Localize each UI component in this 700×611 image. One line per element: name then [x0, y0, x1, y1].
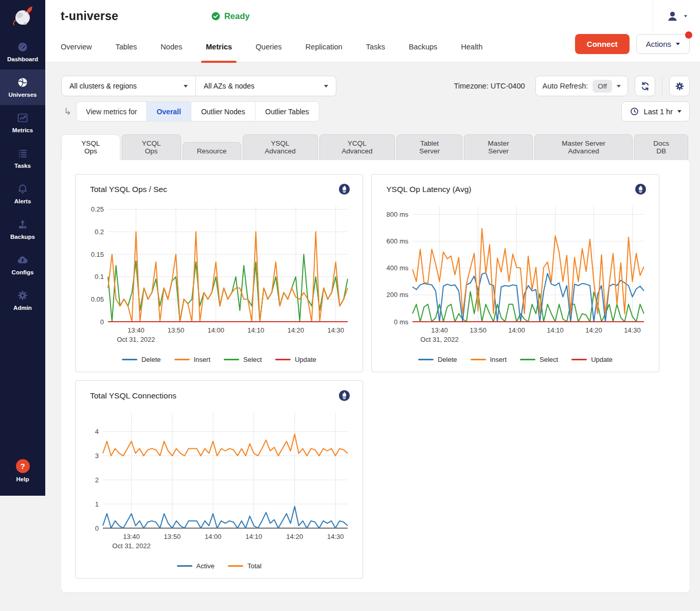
svg-text:14:20: 14:20: [286, 533, 303, 540]
chart-legend: DeleteInsertSelectUpdate: [372, 355, 659, 369]
scope-tab-outlier-nodes[interactable]: Outlier Nodes: [191, 102, 255, 121]
sidebar-item-backups[interactable]: Backups: [0, 212, 45, 247]
chart-legend: DeleteInsertSelectUpdate: [76, 355, 363, 369]
sidebar-item-tasks[interactable]: Tasks: [0, 141, 45, 176]
legend-item-select[interactable]: Select: [520, 356, 558, 363]
legend-item-total[interactable]: Total: [228, 562, 261, 570]
svg-text:400 ms: 400 ms: [386, 264, 408, 272]
chart-title: YSQL Op Latency (Avg): [386, 185, 471, 194]
time-range-button[interactable]: Last 1 hr: [621, 101, 690, 121]
svg-text:14:00: 14:00: [508, 326, 525, 334]
metric-tab-master-server-advanced[interactable]: Master Server Advanced: [534, 134, 633, 160]
metric-tab-tablet-server[interactable]: Tablet Server: [397, 134, 463, 160]
gauge-icon: [16, 41, 29, 53]
chevron-down-icon: [677, 110, 681, 113]
svg-text:14:20: 14:20: [288, 326, 304, 334]
metric-tab-resource[interactable]: Resource: [183, 142, 241, 160]
user-menu[interactable]: [666, 9, 688, 23]
prometheus-icon[interactable]: [635, 183, 647, 195]
sidebar-item-admin[interactable]: Admin: [0, 283, 45, 318]
tab-tasks[interactable]: Tasks: [354, 31, 397, 63]
legend-item-insert[interactable]: Insert: [174, 356, 211, 363]
sidebar-item-metrics[interactable]: Metrics: [0, 105, 45, 141]
azs-nodes-dropdown[interactable]: All AZs & nodes: [195, 76, 336, 96]
tab-metrics[interactable]: Metrics: [194, 31, 244, 63]
metric-tab-ycql-advanced[interactable]: YCQL Advanced: [319, 134, 395, 160]
sidebar-item-label: Admin: [13, 305, 32, 311]
connect-button[interactable]: Connect: [575, 34, 630, 54]
legend-item-active[interactable]: Active: [177, 562, 214, 570]
prometheus-icon[interactable]: [338, 183, 350, 195]
metric-tab-docs-db[interactable]: Docs DB: [634, 134, 688, 160]
svg-text:600 ms: 600 ms: [386, 237, 408, 245]
auto-refresh-dropdown[interactable]: Auto Refresh: Off: [535, 76, 628, 96]
header-divider: [653, 1, 653, 31]
time-range-value: Last 1 hr: [644, 108, 673, 116]
sidebar-item-alerts[interactable]: Alerts: [0, 176, 45, 212]
chart-plot[interactable]: 13:40Oct 31, 202213:5014:0014:1014:2014:…: [87, 200, 351, 355]
legend-swatch: [275, 359, 291, 360]
legend-item-update[interactable]: Update: [275, 356, 316, 363]
svg-text:0 ms: 0 ms: [394, 318, 409, 326]
gear-icon: [16, 289, 29, 302]
tab-replication[interactable]: Replication: [294, 31, 354, 63]
legend-item-delete[interactable]: Delete: [418, 356, 457, 363]
svg-text:14:20: 14:20: [585, 326, 602, 334]
sidebar-item-configs[interactable]: Configs: [0, 247, 45, 283]
svg-text:1: 1: [95, 500, 99, 508]
scope-tab-overall[interactable]: Overall: [146, 102, 190, 121]
svg-text:14:00: 14:00: [205, 533, 222, 540]
timezone-label: Timezone: UTC-0400: [454, 82, 525, 90]
filter-row: All clusters & regions All AZs & nodes T…: [61, 76, 690, 96]
settings-button[interactable]: [669, 76, 690, 96]
tab-backups[interactable]: Backups: [397, 31, 450, 63]
sidebar-item-universes[interactable]: Universes: [0, 69, 45, 105]
legend-label: Select: [243, 356, 262, 363]
tab-health[interactable]: Health: [449, 31, 494, 63]
svg-text:14:30: 14:30: [327, 533, 344, 540]
legend-label: Select: [540, 356, 558, 363]
legend-item-select[interactable]: Select: [224, 356, 262, 363]
legend-item-insert[interactable]: Insert: [471, 356, 507, 363]
clock-icon: [630, 107, 639, 116]
metric-tab-ysql-advanced[interactable]: YSQL Advanced: [243, 134, 318, 160]
svg-text:13:40: 13:40: [128, 326, 145, 334]
metric-tab-ycql-ops[interactable]: YCQL Ops: [122, 134, 181, 160]
chart-plot[interactable]: 13:40Oct 31, 202213:5014:0014:1014:2014:…: [384, 200, 647, 355]
actions-button[interactable]: Actions: [636, 34, 690, 54]
sidebar-item-label: Universes: [9, 92, 37, 98]
settings-gear-icon: [674, 81, 685, 92]
tab-queries[interactable]: Queries: [244, 31, 294, 63]
top-right: [653, 1, 688, 31]
clusters-regions-dropdown[interactable]: All clusters & regions: [62, 76, 195, 96]
chart-total-ysql-ops-sec: Total YSQL Ops / Sec13:40Oct 31, 202213:…: [75, 174, 363, 372]
sidebar-item-label: Alerts: [14, 198, 31, 204]
cloud-upload-icon: [16, 254, 29, 266]
svg-text:Oct 31, 2022: Oct 31, 2022: [112, 542, 150, 550]
legend-item-update[interactable]: Update: [571, 356, 613, 363]
tab-overview[interactable]: Overview: [61, 31, 103, 63]
tab-nodes[interactable]: Nodes: [149, 31, 194, 63]
metric-tab-master-server[interactable]: Master Server: [464, 134, 533, 160]
prometheus-icon[interactable]: [338, 390, 350, 401]
chart-plot[interactable]: 13:40Oct 31, 202213:5014:0014:1014:2014:…: [87, 407, 351, 561]
metric-tab-ysql-ops[interactable]: YSQL Ops: [61, 134, 120, 161]
sidebar-item-dashboard[interactable]: Dashboard: [0, 34, 45, 69]
legend-item-delete[interactable]: Delete: [122, 356, 161, 363]
content: All clusters & regions All AZs & nodes T…: [45, 62, 700, 611]
svg-text:14:00: 14:00: [207, 326, 224, 334]
filter-right-controls: Timezone: UTC-0400 Auto Refresh: Off: [454, 76, 690, 96]
sidebar-item-help[interactable]: ? Help: [0, 452, 45, 490]
svg-text:14:10: 14:10: [547, 326, 564, 334]
sidebar-help-label: Help: [16, 476, 29, 482]
refresh-button[interactable]: [635, 76, 655, 96]
tab-tables[interactable]: Tables: [103, 31, 149, 63]
scope-tab-outlier-tables[interactable]: Outlier Tables: [255, 102, 319, 121]
universe-title: t-universe: [61, 9, 118, 23]
help-icon: ?: [16, 459, 30, 473]
sidebar-item-label: Dashboard: [7, 56, 38, 62]
yugabyte-logo-icon[interactable]: [0, 0, 45, 34]
svg-text:Oct 31, 2022: Oct 31, 2022: [420, 336, 458, 343]
chart-header: YSQL Op Latency (Avg): [372, 183, 659, 195]
svg-text:14:30: 14:30: [327, 326, 344, 334]
